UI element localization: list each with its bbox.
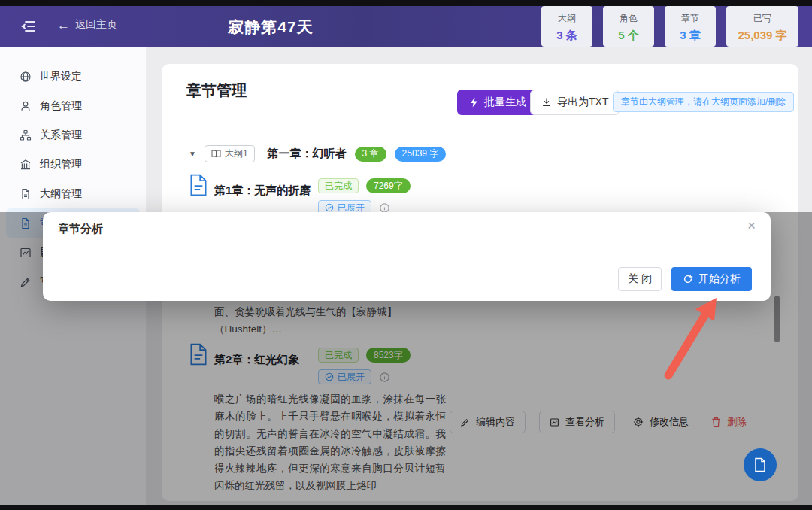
stat-written-words: 已写 25,039 字 [726,6,798,47]
outline-chapter-count-pill: 3 章 [355,147,386,162]
outline-badge: 大纲1 [205,145,255,162]
sidebar-item-world-settings[interactable]: 世界设定 [0,62,146,91]
check-circle-icon [325,203,334,212]
refresh-icon [683,274,693,284]
screen: ← 返回主页 寂静第47天 大纲 3 条 角色 5 个 章节 3 章 已写 [0,0,812,510]
chapter1-badges: 已完成 7269字 [318,178,411,193]
stat-outline-count: 大纲 3 条 [541,6,592,47]
modal-footer: 关 闭 开始分析 [618,267,752,291]
modal-close-button[interactable]: 关 闭 [618,267,662,291]
chapter1-doc-icon [189,174,208,196]
close-icon[interactable]: × [747,218,756,232]
chapter-analysis-modal: 章节分析 × 关 闭 开始分析 [43,212,771,301]
modal-title: 章节分析 [58,222,103,236]
start-analysis-button[interactable]: 开始分析 [671,267,752,291]
stat-chapter-count: 章节 3 章 [665,6,716,47]
sitemap-icon [20,129,32,141]
app-window: ← 返回主页 寂静第47天 大纲 3 条 角色 5 个 章节 3 章 已写 [0,6,812,505]
top-header: ← 返回主页 寂静第47天 大纲 3 条 角色 5 个 章节 3 章 已写 [0,6,812,47]
sidebar-item-organization-management[interactable]: 组织管理 [0,150,146,179]
batch-generate-button[interactable]: 批量生成 [457,90,538,115]
magic-bolt-icon [469,97,479,108]
file-icon [20,188,32,200]
export-txt-button[interactable]: 导出为TXT [530,90,620,115]
collapse-triangle-icon[interactable]: ▼ [189,150,196,158]
page-title: 章节管理 [186,80,247,101]
chapter1-title[interactable]: 第1章：无声的折磨 [214,184,311,198]
user-icon [20,100,32,112]
stat-role-count: 角色 5 个 [603,6,654,47]
sidebar-item-outline-management[interactable]: 大纲管理 [0,179,146,208]
outline-group-row[interactable]: ▼ 大纲1 第一章：幻听者 3 章 25039 字 [189,145,446,162]
chapter1-word-pill: 7269字 [366,178,411,193]
bank-icon [20,159,32,171]
stats-cards: 大纲 3 条 角色 5 个 章节 3 章 已写 25,039 字 [541,6,798,47]
outline-title: 第一章：幻听者 [268,147,347,161]
book-icon [211,150,221,158]
chapter1-status-badge: 已完成 [318,178,359,193]
outline-word-count-pill: 25039 字 [395,147,447,162]
sidebar-item-relation-management[interactable]: 关系管理 [0,120,146,150]
doc-icon [753,457,767,472]
project-title: 寂静第47天 [0,17,541,38]
sidebar-item-role-management[interactable]: 角色管理 [0,91,146,120]
download-icon [541,97,552,108]
globe-icon [20,71,32,83]
chapter-notice-chip: 章节由大纲管理，请在大纲页面添加/删除 [613,92,794,112]
floating-doc-button[interactable] [744,448,777,481]
